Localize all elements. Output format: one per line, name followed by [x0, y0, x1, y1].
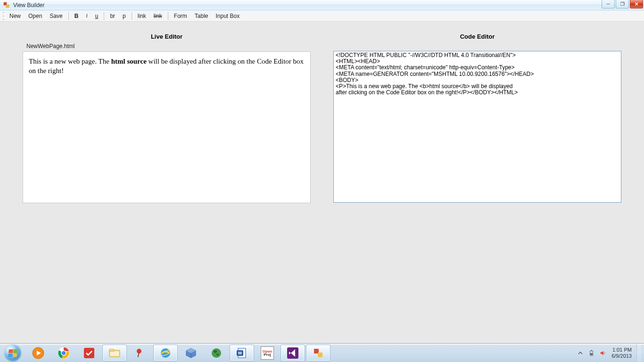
table-button[interactable]: Table: [191, 12, 212, 20]
battery-icon[interactable]: [588, 349, 595, 357]
taskbar-apps: W OpenProj: [25, 344, 331, 362]
save-button[interactable]: Save: [46, 12, 66, 20]
start-button[interactable]: [0, 344, 25, 362]
live-editor-column: Live Editor NewWebPage.html This is a ne…: [23, 33, 311, 203]
clock-time: 1:01 PM: [611, 347, 632, 353]
svg-rect-12: [137, 353, 140, 357]
taskbar-app-red[interactable]: [77, 345, 101, 362]
form-button[interactable]: Form: [170, 12, 191, 20]
br-button[interactable]: br: [106, 12, 119, 20]
bold-button[interactable]: B: [71, 12, 83, 20]
main-area: Live Editor NewWebPage.html This is a ne…: [0, 22, 644, 343]
volume-icon[interactable]: [599, 349, 607, 357]
open-button[interactable]: Open: [25, 12, 46, 20]
taskbar: W OpenProj 1:01 PM 6/9/2013: [0, 343, 644, 362]
underline-button[interactable]: u: [91, 12, 102, 20]
separator: [168, 12, 168, 20]
toolbar-grip-icon: [2, 12, 5, 20]
separator: [68, 12, 69, 20]
app-icon: [3, 1, 10, 9]
window-controls: ─ ❐ ✕: [602, 0, 643, 8]
new-button[interactable]: New: [6, 12, 25, 20]
svg-rect-27: [591, 353, 593, 355]
separator: [132, 12, 132, 20]
svg-rect-9: [109, 349, 114, 351]
tray-chevron-icon[interactable]: [577, 349, 584, 357]
taskbar-pin[interactable]: [128, 345, 152, 362]
taskbar-explorer[interactable]: [102, 345, 127, 362]
live-editor[interactable]: This is a new web page. The html source …: [23, 51, 311, 203]
titlebar: View Builder ─ ❐ ✕: [0, 0, 644, 10]
separator: [104, 12, 104, 20]
close-button[interactable]: ✕: [630, 0, 643, 8]
live-content-pre: This is a new web page. The: [29, 58, 111, 65]
unlink-button[interactable]: link: [150, 12, 166, 20]
code-editor-column: Code Editor <!DOCTYPE HTML PUBLIC "-//W3…: [333, 33, 621, 203]
toolbar: New Open Save B i u br p link link Form …: [0, 10, 644, 22]
inputbox-button[interactable]: Input Box: [212, 12, 244, 20]
taskbar-word[interactable]: W: [230, 345, 254, 362]
tray-clock[interactable]: 1:01 PM 6/9/2013: [611, 347, 633, 359]
live-editor-header: Live Editor: [23, 33, 311, 40]
live-content-bold: html source: [111, 58, 147, 65]
system-tray: 1:01 PM 6/9/2013: [577, 344, 644, 362]
taskbar-ie[interactable]: [153, 345, 178, 362]
window-title: View Builder: [13, 2, 44, 8]
link-button[interactable]: link: [134, 12, 150, 20]
svg-rect-7: [84, 348, 94, 358]
code-editor[interactable]: <!DOCTYPE HTML PUBLIC "-//W3C//DTD HTML …: [333, 51, 621, 203]
code-editor-header: Code Editor: [333, 33, 621, 40]
svg-rect-1: [6, 5, 9, 8]
svg-rect-10: [110, 352, 119, 356]
p-button[interactable]: p: [119, 12, 130, 20]
windows-logo-icon: [4, 345, 21, 362]
svg-marker-28: [601, 351, 603, 355]
show-desktop-button[interactable]: [636, 344, 641, 362]
taskbar-winforms-app[interactable]: [306, 345, 330, 362]
svg-rect-26: [591, 350, 592, 351]
svg-point-18: [212, 348, 221, 358]
svg-rect-24: [318, 353, 322, 357]
maximize-button[interactable]: ❐: [616, 0, 629, 8]
italic-button[interactable]: i: [82, 11, 91, 20]
taskbar-openproj[interactable]: OpenProj: [255, 345, 280, 362]
svg-text:W: W: [238, 351, 242, 355]
minimize-button[interactable]: ─: [602, 0, 615, 8]
taskbar-world-app[interactable]: [204, 345, 229, 362]
taskbar-box-app[interactable]: [179, 345, 203, 362]
clock-date: 6/9/2013: [611, 353, 632, 359]
filename-label: NewWebPage.html: [23, 43, 311, 49]
taskbar-visual-studio[interactable]: [281, 345, 305, 362]
taskbar-media-player[interactable]: [26, 345, 50, 362]
taskbar-chrome[interactable]: [51, 345, 76, 362]
